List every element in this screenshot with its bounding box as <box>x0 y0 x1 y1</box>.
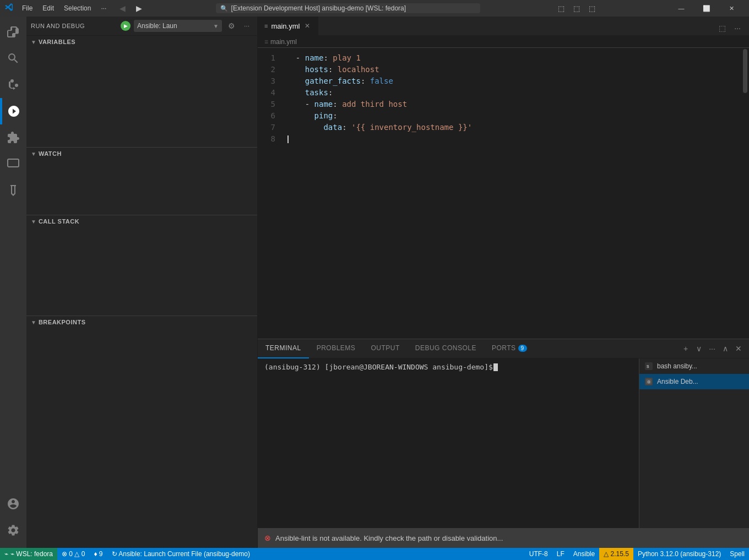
breakpoints-title: BREAKPOINTS <box>39 319 86 325</box>
status-ansible-version[interactable]: △ 2.15.5 <box>599 548 633 560</box>
activity-settings[interactable] <box>0 517 26 543</box>
bash-terminal-label: bash ansibу... <box>657 362 697 370</box>
activity-remote-explorer[interactable] <box>0 151 26 177</box>
code-line-5: - name: add third host <box>284 99 749 110</box>
tab-output[interactable]: OUTPUT <box>363 339 407 358</box>
errors-label: ⊗ 0 △ 0 <box>62 550 85 558</box>
variables-chevron: ▼ <box>31 39 36 45</box>
vscode-logo <box>4 3 13 14</box>
split-editor-button[interactable]: ⬚ <box>715 21 729 35</box>
breakpoints-chevron: ▼ <box>31 319 36 325</box>
tab-bar: ≡ main.yml ✕ ⬚ ··· <box>258 17 749 36</box>
breakpoints-section: ▼ BREAKPOINTS <box>26 316 257 361</box>
editor-main: 1 2 3 4 5 6 7 8 - name: play 1 hosts: lo… <box>258 48 749 548</box>
watch-chevron: ▼ <box>31 151 36 157</box>
code-line-1: - name: play 1 <box>284 52 749 64</box>
menu-more[interactable]: ··· <box>96 3 111 13</box>
title-search[interactable]: 🔍 [Extension Development Host] ansibug-d… <box>216 3 480 13</box>
activity-source-control[interactable] <box>0 72 26 98</box>
menu-file[interactable]: File <box>18 3 37 13</box>
editor-scrollbar[interactable] <box>741 48 749 339</box>
variables-title: VARIABLES <box>39 39 75 45</box>
terminal-more-button[interactable]: ··· <box>706 342 718 355</box>
more-actions-button[interactable]: ··· <box>730 21 745 35</box>
wsl-icon: ⌁ <box>4 550 8 558</box>
sidebar-toggle-button[interactable]: ⬚ <box>569 2 584 14</box>
call-stack-content <box>26 227 257 316</box>
tab-main-yml[interactable]: ≡ main.yml ✕ <box>258 17 319 35</box>
menu-selection[interactable]: Selection <box>59 3 95 13</box>
status-language[interactable]: Ansible <box>569 548 599 560</box>
panel-body: (ansibug-312) [jborean@JBOREAN-WINDOWS a… <box>258 358 749 528</box>
tab-close-button[interactable]: ✕ <box>303 21 312 30</box>
restore-button[interactable]: ⬜ <box>694 0 719 17</box>
tab-terminal[interactable]: TERMINAL <box>258 339 309 358</box>
tab-ports[interactable]: PORTS 9 <box>484 339 535 358</box>
watch-title: WATCH <box>39 150 62 157</box>
breadcrumb: ≡ main.yml <box>258 36 749 48</box>
breadcrumb-filename: main.yml <box>270 38 297 46</box>
bash-terminal-icon: $ <box>645 362 653 370</box>
variables-content <box>26 48 257 147</box>
activity-bottom <box>0 491 26 548</box>
minimize-button[interactable]: — <box>669 0 694 17</box>
menu-edit[interactable]: Edit <box>38 3 58 13</box>
status-launch[interactable]: ↻ Ansible: Launch Current File (ansibug-… <box>107 548 254 560</box>
tab-debug-console[interactable]: DEBUG CONSOLE <box>408 339 484 358</box>
close-button[interactable]: ✕ <box>719 0 745 17</box>
activity-search[interactable] <box>0 45 26 72</box>
panel-tab-actions: + ∨ ··· ∧ ✕ <box>680 342 749 355</box>
watch-header[interactable]: ▼ WATCH <box>26 148 257 160</box>
status-errors[interactable]: ⊗ 0 △ 0 <box>57 548 89 560</box>
svg-text:⚙: ⚙ <box>647 380 650 384</box>
panel-close-button[interactable]: ✕ <box>732 342 745 355</box>
watch-content <box>26 160 257 215</box>
breakpoints-header[interactable]: ▼ BREAKPOINTS <box>26 316 257 328</box>
debug-run-button[interactable] <box>121 21 131 31</box>
new-terminal-button[interactable]: + <box>680 342 692 355</box>
debug-more-button[interactable]: ··· <box>241 20 253 32</box>
call-stack-header[interactable]: ▼ CALL STACK <box>26 215 257 227</box>
tab-bar-actions: ⬚ ··· <box>715 21 749 35</box>
launch-label: ↻ Ansible: Launch Current File (ansibug-… <box>112 550 250 558</box>
code-line-7: data: '{{ inventory_hostname }}' <box>284 122 749 133</box>
status-ports[interactable]: ♦ 9 <box>89 548 107 560</box>
status-encoding[interactable]: UTF-8 <box>525 548 552 560</box>
code-editor[interactable]: 1 2 3 4 5 6 7 8 - name: play 1 hosts: lo… <box>258 48 749 339</box>
variables-section: ▼ VARIABLES <box>26 36 257 148</box>
layout-button[interactable]: ⬚ <box>585 2 599 14</box>
terminal-content[interactable]: (ansibug-312) [jborean@JBOREAN-WINDOWS a… <box>258 358 639 528</box>
status-bar: ⌁ ⌁ WSL: fedora ⊗ 0 △ 0 ♦ 9 ↻ Ansible: L… <box>0 548 749 560</box>
terminal-prompt-text: (ansibug-312) [jborean@JBOREAN-WINDOWS a… <box>264 363 493 371</box>
terminal-ansible-item[interactable]: ⚙ Ansible Deb... <box>639 374 749 389</box>
terminal-bash-item[interactable]: $ bash ansibу... <box>639 358 749 374</box>
status-spell[interactable]: Spell <box>725 548 749 560</box>
terminal-side-panel: $ bash ansibу... ⚙ Ansible Deb... <box>639 358 749 528</box>
nav-back-button[interactable]: ◀ <box>115 2 129 14</box>
activity-run-debug[interactable] <box>0 98 26 124</box>
debug-gear-button[interactable]: ⚙ <box>225 20 237 32</box>
tab-problems[interactable]: PROBLEMS <box>309 339 363 358</box>
ansible-terminal-label: Ansible Deb... <box>657 378 698 385</box>
nav-forward-button[interactable]: ▶ <box>132 2 146 14</box>
launch-config-selector[interactable]: Ansible: Laun ▼ <box>134 20 222 32</box>
watch-section: ▼ WATCH <box>26 148 257 215</box>
activity-extensions[interactable] <box>0 124 26 151</box>
code-line-6: ping: <box>284 110 749 122</box>
editor-area: ≡ main.yml ✕ ⬚ ··· ≡ main.yml 1 2 3 4 <box>258 17 749 548</box>
activity-explorer[interactable] <box>0 19 26 45</box>
activity-accounts[interactable] <box>0 491 26 517</box>
scrollbar-thumb <box>743 49 747 93</box>
activity-test[interactable] <box>0 177 26 204</box>
status-python[interactable]: Python 3.12.0 (ansibug-312) <box>633 548 725 560</box>
status-wsl[interactable]: ⌁ ⌁ WSL: fedora <box>0 548 57 560</box>
spell-label: Spell <box>730 550 745 558</box>
panel-maximize-button[interactable]: ∧ <box>719 342 731 355</box>
terminal-split-button[interactable]: ∨ <box>693 342 705 355</box>
notification-text: Ansible-lint is not available. Kindly ch… <box>275 534 503 542</box>
panel-toggle-button[interactable]: ⬚ <box>554 2 568 14</box>
variables-header[interactable]: ▼ VARIABLES <box>26 36 257 48</box>
tab-filename: main.yml <box>271 22 300 30</box>
status-eol[interactable]: LF <box>552 548 569 560</box>
svg-text:$: $ <box>647 364 649 369</box>
